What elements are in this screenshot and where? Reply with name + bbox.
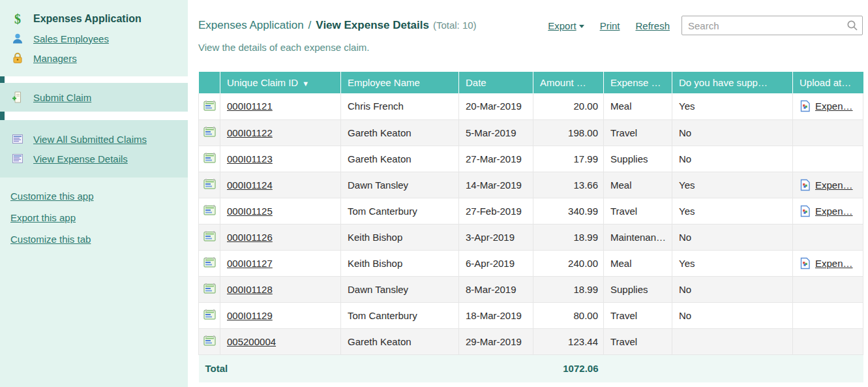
- sidebar-item-label: View Expense Details: [33, 153, 128, 164]
- has-receipt-cell: [672, 328, 793, 354]
- sidebar-item-label: Sales Employees: [33, 33, 109, 44]
- column-header[interactable]: Upload at…: [793, 72, 863, 93]
- print-button[interactable]: Print: [600, 20, 620, 31]
- record-icon-cell[interactable]: [199, 224, 220, 250]
- export-button[interactable]: Export: [548, 20, 584, 31]
- sidebar-item-view-all-submitted-claims[interactable]: View All Submitted Claims: [0, 129, 188, 149]
- record-icon-cell[interactable]: [199, 119, 220, 146]
- claim-id-link[interactable]: 005200004: [227, 336, 276, 347]
- claim-id-link[interactable]: 000I01126: [227, 232, 273, 243]
- column-header[interactable]: Employee Name: [341, 72, 459, 93]
- search-input[interactable]: [681, 16, 863, 35]
- claim-id-link[interactable]: 000I01123: [227, 153, 273, 164]
- record-icon-cell[interactable]: [199, 172, 220, 198]
- claim-id-link[interactable]: 000I01121: [227, 101, 273, 112]
- search-box: [681, 16, 863, 35]
- attachment-link[interactable]: Expen…: [815, 258, 853, 269]
- expense-type-cell: Supplies: [604, 146, 672, 172]
- column-header[interactable]: Do you have supp…: [672, 72, 793, 93]
- column-header[interactable]: Expense …: [604, 72, 672, 93]
- column-header[interactable]: Unique Claim ID▼: [220, 72, 341, 93]
- claim-id-link[interactable]: 000I01129: [227, 310, 273, 321]
- attachment-cell: [793, 119, 863, 146]
- dollar-icon: $: [11, 12, 24, 25]
- attachment-cell: [793, 328, 863, 354]
- record-icon-cell[interactable]: [199, 302, 220, 328]
- breadcrumb-app-link[interactable]: Expenses Application: [198, 19, 304, 31]
- date-cell: 27-Feb-2019: [459, 198, 533, 224]
- expense-type-cell: Travel: [604, 328, 672, 354]
- claim-id-cell: 000I01121: [220, 93, 341, 119]
- attachment-link[interactable]: Expen…: [815, 101, 853, 112]
- customize-app-link[interactable]: Customize this app: [10, 191, 188, 203]
- sidebar: $ Expenses Application Sales Employees M…: [0, 0, 188, 387]
- claim-id-cell: 000I01129: [220, 302, 341, 328]
- sidebar-item-submit-claim[interactable]: Submit Claim: [0, 87, 91, 107]
- column-header[interactable]: Amount …: [533, 72, 604, 93]
- customize-tab-link[interactable]: Customize this tab: [10, 234, 188, 246]
- amount-cell: 20.00: [533, 93, 604, 119]
- record-form-icon: [203, 256, 217, 268]
- claim-id-link[interactable]: 000I01127: [227, 258, 273, 269]
- attachment-link[interactable]: Expen…: [815, 179, 853, 191]
- attachment-cell: [793, 276, 863, 302]
- claim-id-cell: 000I01124: [220, 172, 341, 198]
- total-row: Total 1072.06: [199, 354, 863, 382]
- record-form-icon: [203, 334, 217, 347]
- record-icon-cell[interactable]: [199, 250, 220, 276]
- amount-cell: 240.00: [533, 250, 604, 276]
- claim-id-cell: 000I01127: [220, 250, 341, 276]
- attachment-cell: Expen…: [793, 250, 863, 276]
- amount-cell: 13.66: [533, 172, 604, 198]
- table-header: Unique Claim ID▼Employee NameDateAmount …: [199, 72, 863, 93]
- table-row: 000I01122Gareth Keaton5-Mar-2019198.00Tr…: [199, 119, 863, 146]
- claim-id-link[interactable]: 000I01124: [227, 179, 273, 191]
- record-icon-cell[interactable]: [199, 93, 220, 119]
- attachment-cell: [793, 302, 863, 328]
- date-cell: 29-Mar-2019: [459, 328, 533, 354]
- column-header[interactable]: [199, 72, 220, 93]
- app-title: Expenses Application: [33, 13, 142, 25]
- page-header: Expenses Application/View Expense Detail…: [198, 14, 863, 37]
- sidebar-item-label: Submit Claim: [33, 92, 91, 103]
- claim-id-link[interactable]: 000I01128: [227, 284, 273, 295]
- table-footer: Total 1072.06: [199, 354, 863, 382]
- record-form-icon: [203, 125, 217, 138]
- record-icon-cell[interactable]: [199, 276, 220, 302]
- claim-id-link[interactable]: 000I01125: [227, 206, 273, 217]
- date-cell: 18-Mar-2019: [459, 302, 533, 328]
- has-receipt-cell: Yes: [672, 198, 793, 224]
- employee-name-cell: Keith Bishop: [341, 224, 459, 250]
- amount-cell: 80.00: [533, 302, 604, 328]
- record-icon-cell[interactable]: [199, 198, 220, 224]
- sidebar-item-sales-employees[interactable]: Sales Employees: [0, 29, 188, 48]
- column-header-label: Amount …: [540, 77, 586, 88]
- record-icon-cell[interactable]: [199, 328, 220, 354]
- refresh-button[interactable]: Refresh: [635, 20, 670, 31]
- search-icon[interactable]: [846, 20, 858, 31]
- attachment-link[interactable]: Expen…: [815, 206, 853, 217]
- date-cell: 5-Mar-2019: [459, 119, 533, 146]
- record-form-icon: [203, 151, 217, 164]
- employee-name-cell: Chris French: [341, 93, 459, 119]
- person-icon: [11, 32, 24, 45]
- table-row: 000I01126Keith Bishop3-Apr-201918.99Main…: [199, 224, 863, 250]
- date-cell: 27-Mar-2019: [459, 146, 533, 172]
- report-icon: [11, 152, 24, 165]
- export-app-link[interactable]: Export this app: [10, 212, 188, 224]
- column-header-label: Date: [466, 77, 486, 88]
- has-receipt-cell: No: [672, 119, 793, 146]
- has-receipt-cell: No: [672, 146, 793, 172]
- attachment-cell: [793, 146, 863, 172]
- record-icon-cell[interactable]: [199, 146, 220, 172]
- sidebar-item-view-expense-details[interactable]: View Expense Details: [0, 149, 188, 168]
- toolbar: Export Print Refresh: [548, 20, 670, 31]
- table-row: 000I01129Tom Canterbury18-Mar-201980.00T…: [199, 302, 863, 328]
- column-header[interactable]: Date: [459, 72, 533, 93]
- employee-name-cell: Tom Canterbury: [341, 302, 459, 328]
- attachment-file-icon: [800, 257, 811, 270]
- claim-id-link[interactable]: 000I01122: [227, 127, 273, 138]
- sidebar-item-managers[interactable]: Managers: [0, 48, 188, 68]
- expense-type-cell: Travel: [604, 198, 672, 224]
- expense-type-cell: Meal: [604, 172, 672, 198]
